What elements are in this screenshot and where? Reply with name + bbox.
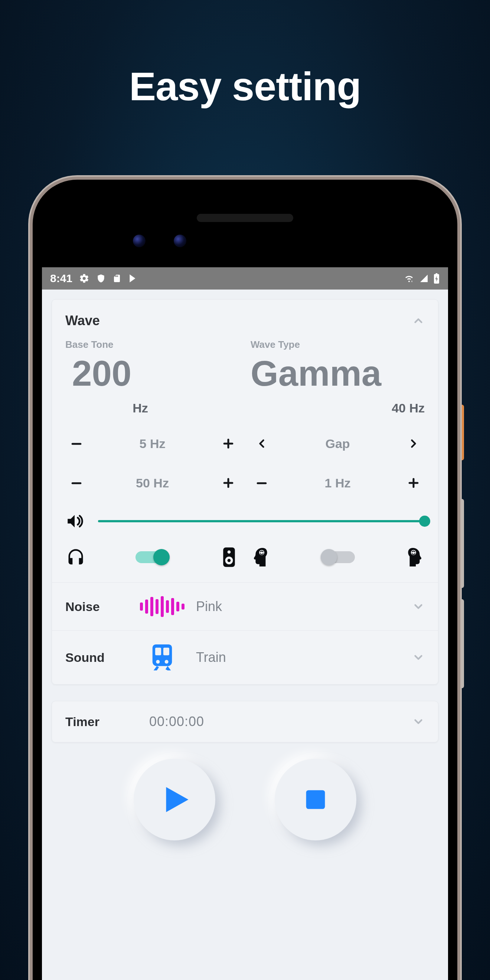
timer-value: 00:00:00 bbox=[149, 714, 204, 729]
wave-type-value[interactable]: Gamma bbox=[251, 356, 425, 391]
minus-button[interactable] bbox=[65, 472, 88, 494]
play-store-icon bbox=[128, 274, 138, 283]
brain-mode-toggle-group bbox=[251, 547, 425, 568]
phone-volume-up bbox=[457, 499, 464, 588]
svg-rect-4 bbox=[227, 439, 229, 449]
sound-row[interactable]: Sound Train bbox=[52, 630, 438, 684]
brain-left-icon bbox=[251, 547, 271, 567]
wave-type-label: Wave Type bbox=[251, 339, 425, 350]
chevron-up-icon bbox=[412, 314, 425, 327]
noise-row[interactable]: Noise Pink bbox=[52, 582, 438, 630]
wave-section-header[interactable]: Wave bbox=[52, 299, 438, 339]
minus-button[interactable] bbox=[251, 472, 273, 494]
output-toggle[interactable] bbox=[135, 549, 170, 565]
brain-mode-toggle[interactable] bbox=[321, 549, 355, 565]
gap-step-1hz: 1 Hz bbox=[251, 472, 425, 494]
chevron-down-icon bbox=[412, 600, 425, 613]
base-tone-step-50hz: 50 Hz bbox=[65, 472, 239, 494]
svg-rect-17 bbox=[155, 648, 161, 655]
svg-point-12 bbox=[228, 550, 231, 554]
brain-right-icon bbox=[404, 547, 425, 567]
timer-card: Timer 00:00:00 bbox=[52, 701, 438, 743]
base-tone-label: Base Tone bbox=[65, 339, 239, 350]
step-value: 50 Hz bbox=[136, 476, 169, 490]
sound-value: Train bbox=[196, 650, 226, 665]
svg-point-19 bbox=[156, 660, 160, 664]
headphones-icon bbox=[65, 547, 86, 567]
noise-value: Pink bbox=[196, 599, 222, 614]
signal-icon bbox=[419, 274, 429, 283]
wave-type-column: Wave Type Gamma bbox=[251, 339, 425, 391]
svg-point-20 bbox=[165, 660, 169, 664]
wave-title: Wave bbox=[65, 313, 100, 329]
svg-rect-5 bbox=[72, 482, 82, 484]
equalizer-icon bbox=[142, 595, 183, 618]
svg-rect-8 bbox=[257, 482, 267, 484]
svg-rect-18 bbox=[163, 648, 169, 655]
timer-label: Timer bbox=[65, 714, 129, 729]
base-tone-value[interactable]: 200 bbox=[65, 356, 239, 391]
base-tone-step-5hz: 5 Hz bbox=[65, 433, 239, 455]
minus-button[interactable] bbox=[65, 433, 88, 455]
phone-frame: 8:41 x bbox=[33, 180, 457, 980]
wave-type-freq: 40 Hz bbox=[365, 401, 425, 415]
svg-text:x: x bbox=[411, 280, 413, 283]
shield-icon bbox=[96, 274, 106, 283]
battery-icon bbox=[433, 273, 440, 283]
phone-speaker bbox=[197, 214, 293, 222]
noise-label: Noise bbox=[65, 600, 129, 614]
play-button[interactable] bbox=[134, 759, 215, 840]
output-toggle-group bbox=[65, 547, 239, 568]
chevron-left-icon[interactable] bbox=[251, 433, 273, 455]
playback-controls bbox=[52, 759, 438, 840]
plus-button[interactable] bbox=[217, 433, 239, 455]
wifi-icon: x bbox=[404, 274, 415, 283]
phone-camera bbox=[174, 235, 186, 247]
chevron-down-icon bbox=[412, 715, 425, 728]
step-value: 1 Hz bbox=[325, 476, 351, 490]
svg-rect-10 bbox=[412, 478, 414, 488]
timer-row[interactable]: Timer 00:00:00 bbox=[52, 701, 438, 742]
svg-rect-2 bbox=[72, 443, 82, 445]
step-value: 5 Hz bbox=[140, 436, 165, 451]
phone-camera bbox=[133, 235, 145, 247]
phone-power-button bbox=[457, 405, 464, 460]
chevron-right-icon[interactable] bbox=[402, 433, 425, 455]
status-bar: 8:41 x bbox=[42, 267, 448, 290]
plus-button[interactable] bbox=[402, 472, 425, 494]
stop-button[interactable] bbox=[275, 759, 356, 840]
status-time: 8:41 bbox=[50, 272, 72, 285]
sd-card-icon bbox=[113, 273, 121, 283]
wave-section-body: Base Tone 200 Wave Type Gamma Hz 40 Hz bbox=[52, 339, 438, 582]
volume-slider[interactable] bbox=[98, 514, 425, 528]
train-icon bbox=[142, 643, 183, 671]
base-tone-column: Base Tone 200 bbox=[65, 339, 239, 391]
sound-label: Sound bbox=[65, 651, 129, 665]
wave-type-gap-selector: Gap bbox=[251, 433, 425, 455]
plus-button[interactable] bbox=[217, 472, 239, 494]
phone-volume-down bbox=[457, 599, 464, 688]
gear-icon bbox=[79, 273, 89, 283]
svg-point-14 bbox=[228, 559, 231, 562]
volume-icon bbox=[65, 512, 87, 530]
page-headline: Easy setting bbox=[0, 63, 490, 110]
chevron-down-icon bbox=[412, 651, 425, 664]
base-tone-unit: Hz bbox=[65, 401, 215, 415]
speaker-icon bbox=[219, 547, 239, 568]
svg-rect-21 bbox=[306, 790, 325, 809]
settings-card: Wave Base Tone 200 Wave Type Gamma bbox=[52, 299, 438, 684]
gap-label: Gap bbox=[325, 436, 350, 451]
svg-rect-7 bbox=[227, 478, 229, 488]
app-screen: Wave Base Tone 200 Wave Type Gamma bbox=[42, 290, 448, 980]
